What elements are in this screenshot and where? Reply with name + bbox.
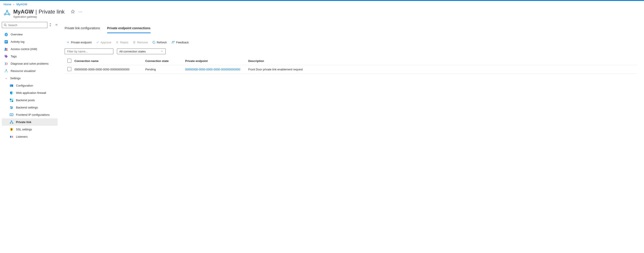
svg-point-12 (6, 48, 8, 49)
select-all-checkbox[interactable] (67, 59, 71, 63)
svg-point-2 (9, 14, 10, 15)
more-actions-icon[interactable]: ⋯ (78, 10, 82, 14)
sidebar-item-access-control[interactable]: Access control (IAM) (2, 45, 58, 53)
sidebar-group-settings[interactable]: Settings (2, 75, 58, 82)
breadcrumb: Home › MyAGW (0, 1, 644, 8)
page-subtitle: Application gateway (13, 15, 640, 18)
chevron-down-icon (160, 50, 163, 53)
check-icon (96, 41, 99, 44)
svg-line-18 (6, 70, 7, 71)
svg-rect-10 (5, 42, 7, 43)
svg-point-5 (4, 24, 6, 26)
cell-description: Front Door private link enablement reque… (248, 68, 634, 71)
sidebar-item-label: Frontend IP configurations (16, 113, 50, 116)
page-title-section: Private link (38, 9, 64, 15)
table-row[interactable]: 00000000-0000-0000-0000-000000000000 Pen… (65, 65, 637, 74)
sidebar-item-overview[interactable]: Overview (2, 31, 58, 38)
sidebar-item-waf[interactable]: Web application firewall (2, 89, 58, 96)
search-icon (4, 23, 7, 26)
svg-text:IP: IP (11, 114, 12, 116)
app-gateway-icon (4, 9, 11, 16)
sidebar-item-backend-pools[interactable]: Backend pools (2, 96, 58, 104)
filter-by-name-input[interactable] (65, 48, 114, 54)
activity-log-icon (4, 40, 8, 44)
page-title-name: MyAGW (13, 9, 34, 15)
tab-private-link-configurations[interactable]: Private link configurations (65, 24, 100, 33)
sidebar-item-activity-log[interactable]: Activity log (2, 38, 58, 45)
cell-private-endpoint-link[interactable]: 00000000-0000-0000-0000-000000000000 (185, 68, 240, 71)
tab-private-endpoint-connections[interactable]: Private endpoint connections (107, 24, 150, 33)
sidebar-item-label: SSL settings (16, 128, 32, 131)
svg-point-29 (12, 107, 12, 108)
ssl-icon (10, 128, 13, 131)
backend-pools-icon (10, 98, 13, 102)
overview-icon (4, 33, 8, 36)
svg-point-27 (10, 106, 11, 107)
sidebar-item-resource-visualizer[interactable]: Resource visualizer (2, 67, 58, 75)
column-header-state[interactable]: Connection state (145, 59, 185, 63)
column-header-endpoint[interactable]: Private endpoint (185, 59, 248, 63)
svg-line-17 (5, 70, 6, 71)
resource-viz-icon (4, 69, 8, 73)
svg-point-31 (11, 108, 12, 109)
column-header-name[interactable]: Connection name (74, 59, 145, 63)
svg-line-6 (6, 25, 7, 26)
breadcrumb-home[interactable]: Home (4, 3, 11, 6)
sidebar-item-listeners[interactable]: Listeners (2, 133, 58, 140)
svg-rect-19 (10, 85, 13, 87)
favorite-star-icon[interactable] (71, 9, 75, 14)
refresh-button[interactable]: Refresh (152, 41, 167, 44)
svg-point-3 (6, 12, 8, 14)
feedback-button[interactable]: Feedback (171, 40, 189, 44)
svg-point-14 (6, 69, 7, 70)
sidebar-item-backend-settings[interactable]: Backend settings (2, 104, 58, 111)
sidebar-item-ssl-settings[interactable]: SSL settings (2, 126, 58, 133)
row-checkbox[interactable] (67, 67, 71, 71)
add-private-endpoint-button[interactable]: Private endpoint (66, 41, 92, 44)
cell-connection-state: Pending (145, 68, 185, 71)
connection-states-dropdown[interactable]: All connection states (117, 48, 166, 54)
svg-rect-24 (10, 100, 11, 102)
svg-rect-39 (11, 129, 12, 130)
svg-rect-9 (5, 42, 7, 42)
plus-icon (66, 41, 70, 44)
configuration-icon (10, 84, 13, 87)
breadcrumb-myagw[interactable]: MyAGW (16, 3, 27, 6)
sidebar-item-configuration[interactable]: Configuration (2, 82, 58, 89)
sidebar-search[interactable] (2, 22, 48, 28)
expand-collapse-icon[interactable] (49, 23, 52, 27)
svg-rect-25 (12, 100, 13, 102)
sidebar-item-label: Activity log (11, 40, 24, 43)
svg-point-16 (7, 71, 8, 72)
breadcrumb-separator: › (13, 3, 14, 6)
remove-button[interactable]: Remove (133, 41, 148, 44)
svg-point-35 (10, 123, 11, 124)
toolbar-label: Refresh (157, 41, 167, 44)
toolbar-label: Feedback (176, 41, 189, 44)
trash-icon (133, 41, 136, 44)
approve-button[interactable]: Approve (96, 41, 111, 44)
sidebar-item-label: Resource visualizer (11, 69, 36, 73)
frontend-ip-icon: IP (10, 113, 13, 117)
chevron-down-icon (4, 77, 8, 80)
sidebar-item-diagnose[interactable]: Diagnose and solve problems (2, 60, 58, 67)
toolbar: Private endpoint Approve Reject Remove (65, 39, 637, 48)
sidebar-item-private-link[interactable]: Private link (2, 118, 58, 126)
toolbar-label: Approve (100, 41, 111, 44)
column-header-description[interactable]: Description (248, 59, 634, 63)
svg-point-50 (172, 41, 173, 42)
sidebar-item-label: Backend pools (16, 98, 35, 102)
toolbar-label: Remove (137, 41, 148, 44)
sidebar-item-frontend-ip[interactable]: IP Frontend IP configurations (2, 111, 58, 118)
reject-button[interactable]: Reject (116, 41, 128, 44)
svg-rect-40 (10, 136, 11, 138)
sidebar-item-label: Listeners (16, 135, 28, 138)
svg-line-37 (11, 122, 11, 123)
sidebar-item-label: Overview (11, 33, 22, 36)
sidebar-search-input[interactable] (8, 23, 46, 27)
dropdown-value: All connection states (119, 50, 146, 53)
page-header: MyAGW | Private link ⋯ Application gatew… (0, 8, 644, 22)
toolbar-label: Reject (120, 41, 128, 44)
sidebar-item-tags[interactable]: Tags (2, 53, 58, 60)
refresh-icon (152, 41, 156, 44)
